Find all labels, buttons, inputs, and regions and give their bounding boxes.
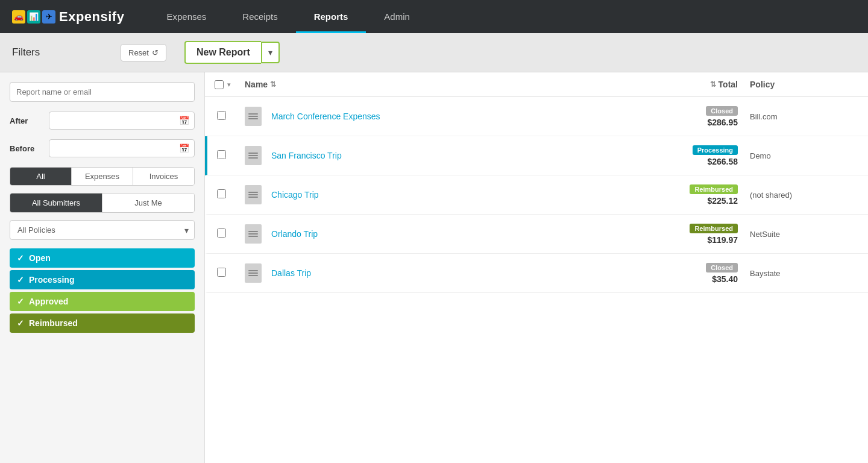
policy-select[interactable]: All Policies Bill.com Demo NetSuite Bays… (10, 220, 195, 240)
status-badge: Reimbursed (690, 224, 738, 233)
report-rows-container: March Conference Expenses Closed $286.95… (205, 97, 868, 293)
logo-text: Expensify (59, 9, 124, 25)
total-amount: $119.97 (629, 235, 738, 245)
report-name-link[interactable]: Dallas Trip (271, 268, 311, 278)
status-reimbursed-filter[interactable]: ✓ Reimbursed (10, 313, 195, 333)
check-icon-processing: ✓ (17, 275, 24, 285)
row-total-col: Processing $266.58 (629, 145, 738, 166)
header-total-col: ⇅ Total (629, 80, 738, 89)
status-processing-filter[interactable]: ✓ Processing (10, 270, 195, 289)
top-nav: 🚗 📊 ✈ Expensify Expenses Receipts Report… (0, 0, 868, 33)
total-amount: $286.95 (629, 118, 738, 127)
before-date-input[interactable]: 📅 (49, 139, 195, 157)
row-icon-col (245, 185, 265, 204)
nav-links: Expenses Receipts Reports Admin (148, 0, 427, 33)
col-policy-label: Policy (750, 80, 775, 89)
new-report-area: New Report ▾ (184, 41, 280, 64)
check-icon-reimbursed: ✓ (17, 318, 24, 328)
type-all-button[interactable]: All (10, 168, 72, 185)
col-name-label: Name (245, 80, 268, 89)
row-total-col: Reimbursed $119.97 (629, 223, 738, 245)
header-dropdown-arrow-icon[interactable]: ▾ (227, 81, 231, 89)
report-name-link[interactable]: Orlando Trip (271, 229, 318, 239)
row-checkbox-col (217, 111, 245, 122)
row-policy-col: NetSuite (738, 230, 858, 239)
row-policy-col: (not shared) (738, 191, 858, 200)
before-label: Before (10, 144, 43, 153)
nav-admin[interactable]: Admin (366, 0, 428, 33)
after-date-input[interactable]: 📅 (49, 112, 195, 130)
row-checkbox-col (217, 150, 245, 161)
after-filter-row: After 📅 (10, 112, 195, 130)
report-doc-icon (245, 146, 262, 165)
report-doc-icon (245, 263, 262, 283)
row-checkbox-col (217, 189, 245, 200)
just-me-button[interactable]: Just Me (102, 194, 194, 212)
reset-button[interactable]: Reset ↺ (121, 44, 166, 61)
row-name-col: March Conference Expenses (265, 112, 629, 121)
report-name-link[interactable]: San Francisco Trip (271, 151, 342, 160)
after-label: After (10, 116, 43, 125)
type-invoices-button[interactable]: Invoices (133, 168, 194, 185)
status-badge: Closed (706, 106, 738, 116)
report-doc-icon (245, 185, 262, 204)
check-icon-approved: ✓ (17, 297, 24, 306)
reports-panel: ▾ Name ⇅ ⇅ Total Policy (205, 72, 868, 463)
type-filter-group: All Expenses Invoices (10, 167, 195, 186)
total-amount: $266.58 (629, 157, 738, 166)
sidebar: After 📅 Before 📅 All Expenses Invoices A… (0, 72, 205, 463)
report-row: March Conference Expenses Closed $286.95… (205, 97, 868, 136)
report-name-link[interactable]: March Conference Expenses (271, 112, 380, 121)
logo-icon-plane: ✈ (42, 10, 55, 24)
sub-header: Filters Reset ↺ New Report ▾ (0, 33, 868, 72)
filters-label: Filters (12, 46, 121, 58)
total-amount: $35.40 (629, 274, 738, 284)
row-checkbox[interactable] (217, 228, 226, 238)
calendar-icon-before: 📅 (179, 143, 189, 153)
row-checkbox[interactable] (217, 111, 226, 120)
row-name-col: San Francisco Trip (265, 151, 629, 160)
row-checkbox[interactable] (217, 150, 226, 159)
row-total-col: Reimbursed $225.12 (629, 184, 738, 206)
header-policy-col: Policy (738, 80, 858, 89)
logo: 🚗 📊 ✈ Expensify (12, 9, 124, 25)
report-row: Dallas Trip Closed $35.40 Baystate (205, 254, 868, 293)
row-total-col: Closed $286.95 (629, 106, 738, 127)
row-icon-col (245, 224, 265, 244)
row-checkbox[interactable] (217, 268, 226, 277)
report-doc-icon (245, 224, 262, 244)
total-sort-icon[interactable]: ⇅ (710, 80, 716, 89)
new-report-dropdown-button[interactable]: ▾ (261, 42, 280, 63)
new-report-button[interactable]: New Report (184, 41, 261, 64)
status-badge: Closed (706, 263, 738, 272)
row-policy-col: Baystate (738, 269, 858, 278)
row-icon-col (245, 107, 265, 126)
before-filter-row: Before 📅 (10, 139, 195, 157)
row-checkbox[interactable] (217, 189, 226, 198)
nav-expenses[interactable]: Expenses (148, 0, 224, 33)
type-expenses-button[interactable]: Expenses (72, 168, 133, 185)
select-all-checkbox[interactable] (215, 80, 224, 89)
submitter-filter-group: All Submitters Just Me (10, 193, 195, 213)
logo-icons: 🚗 📊 ✈ (12, 10, 55, 24)
col-total-label: Total (719, 80, 738, 89)
nav-reports[interactable]: Reports (296, 0, 366, 33)
row-name-col: Dallas Trip (265, 268, 629, 278)
policy-filter-container: All Policies Bill.com Demo NetSuite Bays… (10, 220, 195, 240)
header-name-col: Name ⇅ (245, 80, 629, 89)
calendar-icon-after: 📅 (179, 116, 189, 125)
status-approved-filter[interactable]: ✓ Approved (10, 292, 195, 311)
reports-table-header: ▾ Name ⇅ ⇅ Total Policy (205, 72, 868, 97)
report-row: Chicago Trip Reimbursed $225.12 (not sha… (205, 175, 868, 215)
status-open-filter[interactable]: ✓ Open (10, 248, 195, 268)
row-name-col: Orlando Trip (265, 229, 629, 239)
name-sort-icon[interactable]: ⇅ (270, 80, 276, 89)
row-checkbox-col (217, 268, 245, 279)
nav-receipts[interactable]: Receipts (224, 0, 295, 33)
all-submitters-button[interactable]: All Submitters (10, 194, 102, 212)
search-input[interactable] (10, 82, 195, 102)
report-name-link[interactable]: Chicago Trip (271, 190, 319, 200)
row-total-col: Closed $35.40 (629, 262, 738, 284)
report-row: Orlando Trip Reimbursed $119.97 NetSuite (205, 215, 868, 254)
total-amount: $225.12 (629, 196, 738, 206)
